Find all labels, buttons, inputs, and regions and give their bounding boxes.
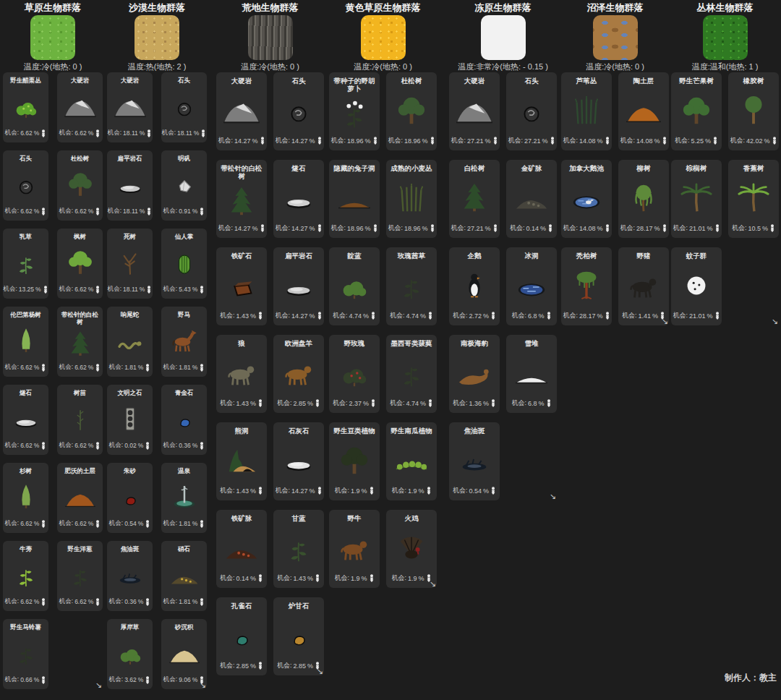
resize-handle-icon[interactable]: ↘ <box>317 667 323 675</box>
boulder-icon <box>216 85 267 136</box>
item-card[interactable]: 文明之石机会:0.02% <box>107 385 153 455</box>
item-card[interactable]: 橡胶树机会:42.02% <box>728 72 779 150</box>
item-card[interactable]: 杜松树机会:6.62% <box>57 150 103 221</box>
item-card[interactable]: 砂沉积机会:9.06% <box>161 619 207 689</box>
item-card[interactable]: 焦油斑机会:0.36% <box>107 541 153 611</box>
item-card[interactable]: 乳草机会:13.25% <box>3 229 48 299</box>
item-card[interactable]: 雪堆机会:6.8% <box>506 335 557 413</box>
boulder-icon <box>107 84 153 129</box>
item-card[interactable]: 隐藏的兔子洞机会:18.96% <box>329 160 380 238</box>
item-card[interactable]: 金矿脉机会:0.14% <box>506 160 557 238</box>
item-card[interactable]: 铁矿脉机会:0.14% <box>216 510 267 588</box>
resize-handle-icon[interactable]: ↘ <box>430 580 436 588</box>
item-card[interactable]: 白松树机会:27.21% <box>449 160 500 238</box>
item-card[interactable]: 大硬岩机会:14.27% <box>216 72 267 150</box>
item-card[interactable]: 欧洲盘羊机会:2.85% <box>273 335 324 413</box>
item-card[interactable]: 野猪机会:1.41% <box>618 247 669 325</box>
chance-value: 6.8 <box>528 312 537 320</box>
resize-handle-icon[interactable]: ↘ <box>550 492 556 500</box>
item-card[interactable]: 野玫瑰机会:2.37% <box>329 335 380 413</box>
item-card[interactable]: 甘蓝机会:1.43% <box>273 510 324 588</box>
item-card[interactable]: 炉甘石机会:2.85% <box>273 597 324 675</box>
item-card[interactable]: 枫树机会:6.62% <box>57 229 103 299</box>
item-name: 乳草 <box>18 229 33 240</box>
chance-prefix: 机会: <box>330 136 346 145</box>
item-card[interactable]: 硝石机会:1.81% <box>161 541 207 611</box>
item-card[interactable]: 秃柏树机会:28.17% <box>561 247 612 325</box>
item-card[interactable]: 石头机会:6.62% <box>3 150 48 221</box>
person-cursor-icon <box>370 399 376 407</box>
item-card[interactable]: 燧石机会:6.62% <box>3 385 48 455</box>
item-card[interactable]: 带松针的白松树机会:6.62% <box>57 307 103 377</box>
item-name: 野玫瑰 <box>343 335 367 347</box>
item-card[interactable]: 焦油斑机会:0.54% <box>449 422 500 500</box>
item-card[interactable]: 野生洋葱机会:6.62% <box>57 541 103 611</box>
chance-prefix: 机会: <box>5 519 19 528</box>
item-card[interactable]: 野生醋栗丛机会:6.62% <box>3 72 48 142</box>
resize-handle-icon[interactable]: ↘ <box>772 317 778 325</box>
item-card[interactable]: 仙人掌机会:5.43% <box>161 229 207 299</box>
chance-prefix: 机会: <box>511 311 526 320</box>
chance-value: 0.36 <box>124 598 137 605</box>
item-card[interactable]: 石头机会:18.11% <box>161 72 207 142</box>
item-card[interactable]: 燧石机会:14.27% <box>273 160 324 238</box>
item-card[interactable]: 蚊子群机会:21.01% <box>671 247 722 325</box>
item-card[interactable]: 温泉机会:1.81% <box>161 463 207 533</box>
bush-icon <box>3 84 48 129</box>
item-card[interactable]: 玫瑰茜草机会:4.74% <box>386 247 437 325</box>
item-card[interactable]: 墨西哥类菝葜机会:4.74% <box>386 335 437 413</box>
item-card[interactable]: 冰洞机会:6.8% <box>506 247 557 325</box>
item-card[interactable]: 陶土层机会:14.08% <box>618 72 669 150</box>
resize-handle-icon[interactable]: ↘ <box>95 681 102 689</box>
item-card[interactable]: 棕榈树机会:21.01% <box>671 160 722 238</box>
item-chance: 机会:6.62% <box>59 597 101 611</box>
item-card[interactable]: 加拿大鹅池机会:14.08% <box>561 160 612 238</box>
item-card[interactable]: 成熟的小麦丛机会:18.96% <box>386 160 437 238</box>
resize-handle-icon[interactable]: ↘ <box>662 317 668 325</box>
item-card[interactable]: 石头机会:27.21% <box>506 72 557 150</box>
biome-group-swamp: 沼泽生物群落温度:冷(地热: 0 )芦苇丛机会:14.08%陶土层机会:14.0… <box>561 0 669 325</box>
resize-handle-icon[interactable]: ↘ <box>200 681 206 689</box>
item-card[interactable]: 孔雀石机会:2.85% <box>216 597 267 675</box>
item-card[interactable]: 狼机会:1.43% <box>216 335 267 413</box>
item-card[interactable]: 大硬岩机会:6.62% <box>57 72 103 142</box>
item-card[interactable]: 靛蓝机会:4.74% <box>329 247 380 325</box>
percent-sign: % <box>192 364 198 371</box>
item-card[interactable]: 朱砂机会:0.54% <box>107 463 153 533</box>
item-card[interactable]: 野生马铃薯机会:0.66% <box>3 619 48 689</box>
item-card[interactable]: 南极海豹机会:1.36% <box>449 335 500 413</box>
item-card[interactable]: 青金石机会:0.36% <box>161 385 207 455</box>
item-card[interactable]: 明矾机会:0.91% <box>161 150 207 221</box>
item-card[interactable]: 死树机会:18.11% <box>107 229 153 299</box>
item-card[interactable]: 带松针的白松树机会:14.27% <box>216 160 267 238</box>
item-card[interactable]: 石头机会:14.27% <box>273 72 324 150</box>
item-card[interactable]: 响尾蛇机会:1.81% <box>107 307 153 377</box>
item-card[interactable]: 扁平岩石机会:18.11% <box>107 150 153 221</box>
item-card[interactable]: 芦苇丛机会:14.08% <box>561 72 612 150</box>
person-cursor-icon <box>714 224 720 232</box>
item-card[interactable]: 野牛机会:1.9% <box>329 510 380 588</box>
item-card[interactable]: 大硬岩机会:18.11% <box>107 72 153 142</box>
item-card[interactable]: 企鹅机会:2.72% <box>449 247 500 325</box>
item-card[interactable]: 杜松树机会:18.96% <box>386 72 437 150</box>
item-card[interactable]: 石灰石机会:14.27% <box>273 422 324 500</box>
item-card[interactable]: 火鸡机会:1.9% <box>386 510 437 588</box>
item-card[interactable]: 杉树机会:6.62% <box>3 463 48 533</box>
item-card[interactable]: 扁平岩石机会:14.27% <box>273 247 324 325</box>
item-card[interactable]: 柳树机会:28.17% <box>618 160 669 238</box>
item-card[interactable]: 熊洞机会:1.43% <box>216 422 267 500</box>
item-card[interactable]: 铁矿石机会:1.43% <box>216 247 267 325</box>
item-card[interactable]: 野生南瓜植物机会:1.9% <box>386 422 437 500</box>
item-card[interactable]: 香蕉树机会:10.5% <box>728 160 779 238</box>
item-card[interactable]: 大硬岩机会:27.21% <box>449 72 500 150</box>
item-card[interactable]: 野生豆类植物机会:1.9% <box>329 422 380 500</box>
item-card[interactable]: 野马机会:1.81% <box>161 307 207 377</box>
item-card[interactable]: 树苗机会:6.62% <box>57 385 103 455</box>
item-card[interactable]: 伦巴第杨树机会:6.62% <box>3 307 48 377</box>
item-card[interactable]: 牛蒡机会:6.62% <box>3 541 48 611</box>
item-card[interactable]: 带种子的野胡萝卜机会:18.96% <box>329 72 380 150</box>
item-chance: 机会:14.08% <box>563 223 610 238</box>
item-card[interactable]: 野生芒果树机会:5.25% <box>671 72 722 150</box>
item-card[interactable]: 厚岸草机会:3.62% <box>107 619 153 689</box>
item-card[interactable]: 肥沃的土层机会:6.62% <box>57 463 103 533</box>
